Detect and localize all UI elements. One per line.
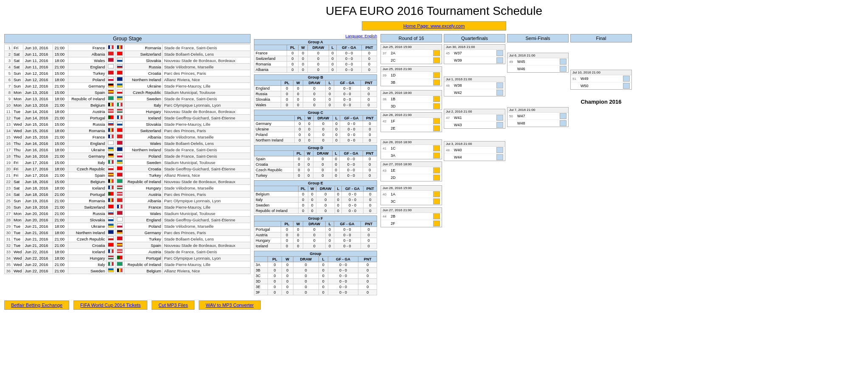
sf-header: Semi-Finals bbox=[507, 34, 569, 42]
match-venue: Stade Bollaert-Delelis, Lens bbox=[163, 236, 251, 242]
away-flag-cell bbox=[116, 108, 124, 115]
team-l: 0 bbox=[318, 284, 328, 290]
team-l: 0 bbox=[318, 262, 328, 268]
away-flag-cell bbox=[116, 172, 124, 178]
team-gfga: 0 - 0 bbox=[328, 279, 358, 284]
team-pl: 0 bbox=[294, 162, 304, 167]
team-w: 0 bbox=[298, 67, 307, 73]
bracket-match-t2: 2F bbox=[381, 220, 442, 227]
team-d: 0 bbox=[303, 232, 326, 238]
match-venue: Stade Vélodrome, Marseille bbox=[163, 223, 251, 229]
team-name: 3D bbox=[254, 279, 268, 284]
match-date: Jun 12, 2016 bbox=[23, 70, 53, 76]
match-date: Jun 21, 2016 bbox=[23, 242, 53, 249]
team-l: 0 bbox=[318, 273, 328, 279]
team-w: 0 bbox=[293, 232, 303, 238]
home-flag-cell bbox=[107, 134, 116, 140]
home-flag bbox=[108, 96, 114, 100]
match-venue: Parc des Princes, Paris bbox=[163, 70, 251, 76]
away-flag bbox=[117, 96, 123, 100]
bottom-button[interactable]: FIFA World Cup 2014 Tickets bbox=[73, 300, 147, 310]
home-flag-cell bbox=[107, 127, 116, 134]
match-num: 35 bbox=[5, 261, 12, 268]
away-flag bbox=[117, 71, 123, 75]
group-table: Group F PLWDRAWLGF - GAPNT Portugal 0 0 … bbox=[254, 215, 377, 249]
match-date: Jun 22, 2016 bbox=[23, 268, 53, 274]
table-row: 4 Sat Jun 11, 2016 21:00 England Russia … bbox=[5, 64, 251, 70]
group-row: 3E 0 0 0 0 0 - 0 0 bbox=[254, 284, 377, 290]
match-date: Jun 16, 2016 bbox=[23, 147, 53, 153]
team-name: 3F bbox=[254, 290, 268, 295]
team-name: Italy bbox=[254, 197, 299, 203]
team-l: 0 bbox=[333, 138, 340, 143]
team-pnt: 0 bbox=[363, 121, 377, 127]
table-row: 14 Wed Jun 15, 2016 18:00 Romania Switze… bbox=[5, 127, 251, 134]
home-flag-cell bbox=[107, 236, 116, 242]
language-link[interactable]: Language: English bbox=[254, 34, 377, 38]
table-row: 32 Tue Jun 21, 2016 21:00 Croatia Spain … bbox=[5, 242, 251, 249]
match-num: 8 bbox=[5, 89, 12, 96]
match-venue: Stade Vélodrome, Marseille bbox=[163, 134, 251, 140]
bracket-match-t2: W44 bbox=[444, 154, 505, 161]
team-d: 0 bbox=[316, 197, 335, 203]
match-day: Sat bbox=[12, 57, 23, 64]
group-row: Russia 0 0 0 0 0 - 0 0 bbox=[254, 91, 377, 97]
match-venue: Allianz Riviera, Nice bbox=[163, 268, 251, 274]
away-flag-cell bbox=[116, 210, 124, 217]
team-gfga: 0 - 0 bbox=[334, 243, 361, 249]
home-flag bbox=[108, 64, 114, 68]
team-w: 0 bbox=[308, 192, 316, 197]
table-row: 2 Sat Jun 11, 2016 15:00 Albania Switzer… bbox=[5, 51, 251, 57]
match-home: Portugal bbox=[68, 191, 107, 198]
team-name: Spain bbox=[254, 156, 294, 162]
match-num: 36 bbox=[5, 268, 12, 274]
bottom-button[interactable]: Cut MP3 Files bbox=[152, 300, 194, 310]
team-d: 0 bbox=[303, 91, 326, 97]
team-w: 0 bbox=[282, 279, 293, 284]
final-header: Final bbox=[570, 34, 632, 42]
match-home: Russia bbox=[68, 210, 107, 217]
bracket-match-id: 44 bbox=[383, 215, 389, 218]
bracket-match-t2: W39 bbox=[444, 57, 505, 64]
away-flag-cell bbox=[116, 57, 124, 64]
match-venue: Stade Pierre-Mauroy, Lille bbox=[163, 83, 251, 89]
col-header: PL bbox=[268, 257, 282, 262]
match-away: Portugal bbox=[124, 255, 163, 261]
bracket-match-date: Jul 7, 2016 21:00 bbox=[507, 108, 568, 113]
match-away: Belgium bbox=[124, 268, 163, 274]
match-venue: Stade Geoffroy-Guichard, Saint-Étienne bbox=[163, 217, 251, 223]
group-table: Group D PLWDRAWLGF - GAPNT Spain 0 0 0 0… bbox=[254, 145, 377, 178]
team-name: Austria bbox=[254, 232, 281, 238]
team-l: 0 bbox=[335, 208, 341, 214]
away-flag-cell bbox=[116, 236, 124, 242]
col-header: GF - GA bbox=[328, 257, 358, 262]
match-num: 6 bbox=[5, 76, 12, 83]
col-header: PNT bbox=[361, 45, 377, 51]
match-num: 2 bbox=[5, 51, 12, 57]
match-num: 7 bbox=[5, 83, 12, 89]
match-date: Jun 12, 2016 bbox=[23, 83, 53, 89]
match-venue: Stade Pierre-Mauroy, Lille bbox=[163, 121, 251, 127]
home-flag bbox=[108, 134, 114, 139]
home-flag-cell bbox=[107, 108, 116, 115]
home-flag-cell bbox=[107, 255, 116, 261]
bottom-button[interactable]: Betfair Betting Exchange bbox=[4, 300, 69, 310]
match-num: 13 bbox=[5, 121, 12, 127]
match-time: 15:00 bbox=[53, 159, 68, 166]
col-header: W bbox=[293, 221, 303, 227]
home-flag bbox=[108, 192, 114, 196]
match-date: Jun 18, 2016 bbox=[23, 191, 53, 198]
bracket-section: Round of 16 Jun 25, 2016 15:00 37 2A 2C … bbox=[380, 34, 864, 228]
bracket-match-t2: 2D bbox=[381, 174, 442, 181]
team-pl: 0 bbox=[281, 243, 293, 249]
col-header: DRAW bbox=[313, 151, 333, 156]
home-link[interactable]: Home Page: www.excely.com bbox=[362, 21, 506, 31]
group-header: Group B bbox=[254, 75, 377, 80]
match-home: Germany bbox=[68, 83, 107, 89]
bracket-match-date: Jul 6, 2016 21:00 bbox=[507, 53, 568, 58]
bracket-team1: 1F bbox=[391, 119, 395, 123]
match-day: Wed bbox=[12, 249, 23, 255]
bottom-button[interactable]: WAV to MP3 Converter bbox=[199, 300, 260, 310]
home-flag-cell bbox=[107, 229, 116, 236]
bracket-match-id: 51 bbox=[572, 77, 579, 81]
